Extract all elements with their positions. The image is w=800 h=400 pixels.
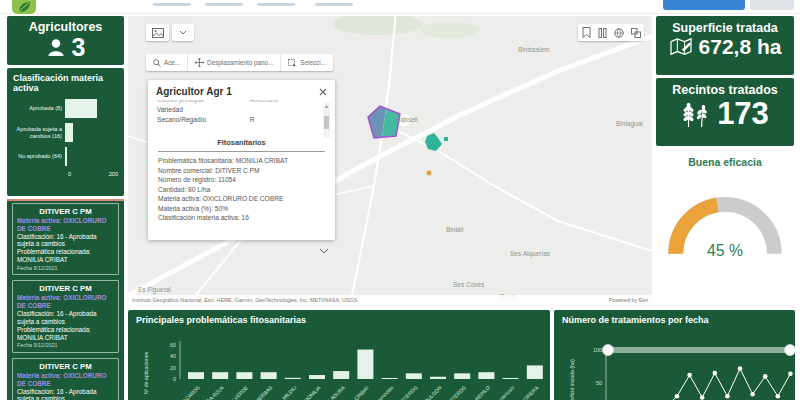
zoom-tool-label: Ace... — [164, 59, 180, 66]
zoom-tool-button[interactable]: Ace... — [146, 54, 188, 71]
header-nav-item[interactable] — [153, 3, 191, 6]
popup-fito-row: Número de registro: 11054 — [158, 175, 325, 185]
media-dropdown-button[interactable] — [172, 24, 194, 41]
pan-tool-button[interactable]: Desplazamiento pano... — [188, 54, 281, 71]
bar-ARAÑA ROJA[interactable] — [212, 372, 228, 379]
layers-icon[interactable] — [631, 28, 641, 38]
legend-icon[interactable] — [598, 28, 607, 38]
popup-fito-row: Materia activa (%): 50% — [158, 204, 325, 214]
bar-REPILO[interactable] — [478, 372, 494, 379]
x-axis-label: Desconocida — [369, 384, 394, 400]
select-tool-button[interactable]: Selecci... — [281, 54, 333, 71]
treatment-point[interactable] — [427, 171, 432, 176]
map[interactable]: BinissalemConsellBiniagualBinialiSes Alq… — [128, 16, 652, 305]
attribution-text: Instituto Geográfico Nacional, Esri, HER… — [132, 297, 357, 303]
list-item-fecha: Fecha 9/12/2021 — [17, 342, 114, 349]
kpi-recintos-title: Recintos tratados — [656, 83, 794, 97]
media-button[interactable] — [146, 24, 169, 41]
map-area-icon — [669, 37, 693, 57]
list-item[interactable]: DITIVER C PMMateria activa: OXICLORURO D… — [12, 358, 119, 400]
bar-MALAS HIERBAS[interactable] — [261, 372, 277, 379]
bookmark-icon[interactable] — [582, 27, 591, 38]
field-label: Cultivo principal — [157, 100, 250, 105]
popup-scroll-down-icon[interactable] — [319, 248, 329, 254]
popup-info-row: Secano/RegadíoR — [157, 115, 317, 125]
bar-MOSCA CIRERA[interactable] — [527, 365, 543, 379]
magnifier-icon — [153, 59, 161, 67]
bar-MOSQUITO VERDE[interactable] — [236, 372, 252, 379]
gauge-value: 45 % — [707, 242, 743, 259]
popup-fito-row: Materia activa: OXICLORURO DE COBRE — [158, 194, 325, 204]
popup-info-row: Variedad — [157, 105, 317, 115]
close-icon[interactable] — [319, 88, 327, 96]
clasificacion-panel: Clasificación materia activa Aprobada (8… — [7, 68, 124, 196]
tratamientos-ylabel: Superficie tratada (ha) — [569, 359, 575, 400]
clasificacion-bar-row[interactable]: Aprobada (8) — [13, 99, 118, 118]
data-point — [675, 394, 680, 399]
bar-Desconocida[interactable] — [382, 378, 398, 379]
pan-icon — [195, 58, 204, 67]
svg-text:40: 40 — [170, 353, 176, 359]
data-point — [725, 394, 730, 399]
axis-tick-min: 0 — [68, 171, 71, 177]
problematicas-bar-chart: Nº de aplicaciones 0204060ACAROSARAÑA RO… — [136, 329, 546, 400]
bar-MILDIU[interactable] — [285, 378, 301, 379]
x-axis-label: MILDIU — [281, 384, 298, 400]
slider-handle-left[interactable] — [603, 345, 614, 356]
data-point — [776, 394, 781, 399]
list-item[interactable]: DITIVER C PMMateria activa: OXICLORURO D… — [12, 203, 119, 275]
list-item-materia: Materia activa: OXICLORURO DE COBRE — [17, 217, 114, 233]
clasificacion-bar-row[interactable]: Aprobada sujeta a cambios (16) — [13, 123, 118, 142]
wheat-icon — [681, 100, 711, 128]
slider-handle-right[interactable] — [785, 345, 796, 356]
header-primary-button[interactable] — [663, 0, 745, 10]
time-slider-track[interactable] — [608, 347, 790, 353]
map-place-label: Ses Coves — [453, 281, 484, 288]
x-axis-label: MONILIA — [303, 384, 322, 400]
svg-text:20: 20 — [170, 365, 176, 371]
gauge-title: Buena eficacia — [656, 156, 794, 168]
bar-ASOLADURA[interactable] — [333, 371, 349, 379]
image-icon — [152, 28, 164, 38]
popup-info-row: Cultivo principalAlmendro — [157, 100, 317, 105]
parcel-small[interactable] — [444, 137, 448, 141]
bar-LEPIDOPTEROS[interactable] — [406, 373, 422, 379]
scroll-up-icon[interactable]: ▲ — [324, 103, 329, 109]
x-axis-label: ARAÑA ROJA — [198, 384, 225, 400]
kpi-agricultores-panel: Agricultores 3 — [7, 16, 124, 65]
map-tools-toolbar: Ace... Desplazamiento pano... Selecci... — [146, 54, 333, 71]
list-item-title: DITIVER C PM — [17, 284, 114, 293]
header-secondary-button[interactable] — [750, 0, 794, 10]
popup-fito-row: Nombre comercial: DITIVER C PM — [158, 166, 325, 176]
popup-fito-section: Problemática fitosanitaria: MONILIA CRIB… — [148, 156, 335, 223]
bar-MONILIA CRIBAT[interactable] — [357, 350, 373, 379]
bar-PULGON[interactable] — [430, 377, 446, 379]
kpi-recintos-value: 173 — [717, 98, 769, 129]
popup-scrollbar[interactable]: ▲ — [323, 102, 330, 138]
header-nav-item[interactable] — [257, 3, 295, 6]
clasificacion-bar-row[interactable]: No aprobado (64) — [13, 147, 118, 166]
bar-ACAROS[interactable] — [188, 372, 204, 379]
bar-MONILIA[interactable] — [309, 375, 325, 379]
person-icon — [46, 38, 66, 58]
gauge-chart: 45 % — [656, 180, 794, 280]
header-nav-item[interactable] — [315, 3, 353, 6]
map-place-label: Consell — [396, 116, 418, 123]
popup-divider — [158, 151, 325, 152]
axis-tick-max: 200 — [109, 171, 118, 177]
header-nav-item[interactable] — [205, 3, 243, 6]
data-point — [687, 373, 692, 378]
scrollbar-thumb[interactable] — [324, 116, 329, 129]
x-axis-label: PULGON — [423, 384, 443, 400]
basemap-icon[interactable] — [614, 28, 624, 38]
parcel-polygon[interactable] — [425, 133, 442, 151]
data-point — [763, 374, 768, 379]
map-widgets-toolbar — [578, 24, 644, 41]
list-item[interactable]: DITIVER C PMMateria activa: OXICLORURO D… — [12, 280, 119, 352]
category-label: No aprobado (64) — [13, 153, 65, 160]
list-item-materia: Materia activa: OXICLORURO DE COBRE — [17, 372, 114, 388]
app-logo-icon — [12, 0, 36, 14]
bar-COLEOPTEROS[interactable] — [454, 373, 470, 379]
bar-Bacteriosis[interactable] — [503, 378, 519, 379]
tratamientos-fecha-chart-panel: Número de tratamientos por fecha Superfi… — [554, 310, 795, 400]
